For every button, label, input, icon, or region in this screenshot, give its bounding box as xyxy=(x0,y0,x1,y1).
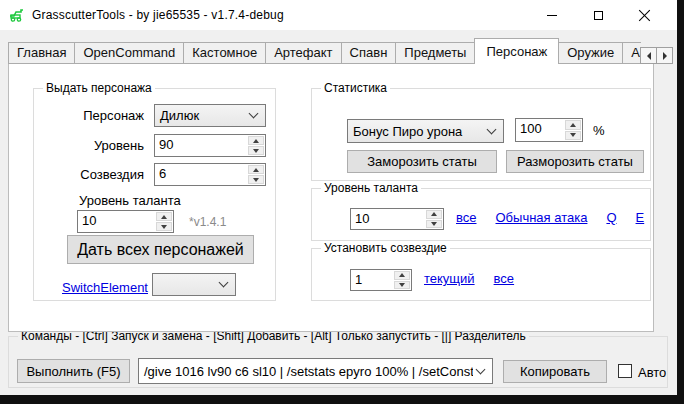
talent-level-spinner[interactable]: 10 xyxy=(77,210,174,233)
maximize-button[interactable] xyxy=(575,0,621,30)
copy-command-button[interactable]: Копировать xyxy=(503,360,607,383)
set-constellation-group-title: Установить созвездие xyxy=(321,241,450,255)
down-arrow-icon xyxy=(161,225,167,229)
talent-level-group: Уровень таланта 10 все Обычная атака Q E xyxy=(311,188,651,241)
constellation-spinner-buttons xyxy=(248,164,265,185)
give-all-characters-button[interactable]: Дать всех персонажей xyxy=(67,235,254,264)
talent-level-label: Уровень таланта xyxy=(79,193,181,208)
spinner-up-button[interactable] xyxy=(394,271,410,280)
window-title: GrasscutterTools - by jie65535 - v1.7.4-… xyxy=(32,8,284,22)
chevron-down-icon xyxy=(219,278,229,288)
spinner-down-button[interactable] xyxy=(426,220,442,229)
level-spinner[interactable]: 90 xyxy=(154,134,266,157)
up-arrow-icon xyxy=(161,215,167,219)
talent-spinner-buttons xyxy=(156,211,173,232)
tab-personazh[interactable]: Персонаж xyxy=(474,38,559,64)
character-select-value: Дилюк xyxy=(155,108,246,123)
talent-level-group-title: Уровень таланта xyxy=(321,181,421,195)
spinner-down-button[interactable] xyxy=(248,146,264,155)
constellation-label: Созвездия xyxy=(34,167,144,182)
constellation-spinner[interactable]: 6 xyxy=(154,163,266,186)
talent-links-row: все Обычная атака Q E xyxy=(456,210,644,225)
up-arrow-icon xyxy=(431,212,437,216)
stat-select[interactable]: Бонус Пиро урона xyxy=(347,119,504,143)
level-spinner-buttons xyxy=(248,135,265,156)
up-arrow-icon xyxy=(399,273,405,277)
spinner-down-button[interactable] xyxy=(394,281,410,290)
close-icon xyxy=(638,9,651,22)
auto-checkbox-label: Авто xyxy=(638,365,666,380)
down-arrow-icon xyxy=(399,283,405,287)
spinner-up-button[interactable] xyxy=(248,165,264,174)
constellation-current-link[interactable]: текущий xyxy=(424,271,475,286)
constellation-all-link[interactable]: все xyxy=(494,271,515,286)
tab-artefakt[interactable]: Артефакт xyxy=(265,42,341,64)
tab-glavnaya[interactable]: Главная xyxy=(8,42,75,64)
tab-strip: Главная OpenCommand Кастомное Артефакт С… xyxy=(8,38,641,64)
character-select[interactable]: Дилюк xyxy=(154,104,266,127)
stat-spinner-buttons xyxy=(565,119,582,141)
down-arrow-icon xyxy=(570,133,576,137)
level-label: Уровень xyxy=(34,138,144,153)
constellation-links-row: текущий все xyxy=(424,271,514,286)
talent-group-spinner[interactable]: 10 xyxy=(350,208,444,230)
right-arrow-icon xyxy=(663,52,667,60)
unfreeze-stats-button[interactable]: Разморозить статы xyxy=(506,150,644,173)
command-combobox[interactable]: /give 1016 lv90 c6 sl10 | /setstats epyr… xyxy=(138,358,493,384)
command-combobox-value: /give 1016 lv90 c6 sl10 | /setstats epyr… xyxy=(139,364,473,379)
titlebar: GrasscutterTools - by jie65535 - v1.7.4-… xyxy=(0,0,677,30)
spinner-down-button[interactable] xyxy=(248,175,264,184)
constellation-set-spinner-buttons xyxy=(394,270,411,290)
switch-element-select[interactable] xyxy=(152,273,236,296)
grasscutter-logo-icon xyxy=(9,8,25,22)
tab-opencommand[interactable]: OpenCommand xyxy=(74,42,184,64)
tab-predmety[interactable]: Предметы xyxy=(395,42,475,64)
tab-scroll-right-button[interactable] xyxy=(656,47,673,64)
stats-group: Статистика Бонус Пиро урона 100 % Заморо… xyxy=(311,88,651,181)
tab-akkaunt[interactable]: Аккаунт xyxy=(622,42,641,64)
left-arrow-icon xyxy=(647,52,651,60)
percent-sign-label: % xyxy=(593,123,605,138)
auto-checkbox[interactable] xyxy=(618,364,632,378)
normal-attack-link[interactable]: Обычная атака xyxy=(496,210,588,225)
freeze-stats-button[interactable]: Заморозить статы xyxy=(347,150,497,173)
constellation-set-spinner-value: 1 xyxy=(351,270,394,290)
skill-e-link[interactable]: E xyxy=(636,210,645,225)
window-controls xyxy=(529,0,667,30)
version-note: *v1.4.1 xyxy=(189,215,226,229)
stat-percent-spinner[interactable]: 100 xyxy=(515,118,583,142)
minimize-icon xyxy=(547,15,557,16)
constellation-set-spinner[interactable]: 1 xyxy=(350,269,412,291)
switch-element-link[interactable]: SwitchElement xyxy=(62,280,148,295)
run-command-button[interactable]: Выполнить (F5) xyxy=(17,359,130,383)
tab-scroll-buttons xyxy=(641,47,673,64)
set-constellation-group: Установить созвездие 1 текущий все xyxy=(311,248,651,301)
tab-kastomnoe[interactable]: Кастомное xyxy=(183,42,266,64)
spinner-up-button[interactable] xyxy=(248,136,264,145)
commands-group: Команды - [Ctrl] Запуск и замена - [Shif… xyxy=(8,336,668,388)
spinner-up-button[interactable] xyxy=(426,210,442,219)
chevron-down-icon xyxy=(249,109,259,119)
talent-level-spinner-value: 10 xyxy=(78,211,156,232)
tab-scroll-left-button[interactable] xyxy=(640,47,657,64)
level-spinner-value: 90 xyxy=(155,135,248,156)
close-button[interactable] xyxy=(621,0,667,30)
app-window: GrasscutterTools - by jie65535 - v1.7.4-… xyxy=(0,0,677,395)
constellation-spinner-value: 6 xyxy=(155,164,248,185)
tab-spavn[interactable]: Спавн xyxy=(341,42,397,64)
minimize-button[interactable] xyxy=(529,0,575,30)
spinner-down-button[interactable] xyxy=(156,222,172,231)
talent-group-spinner-buttons xyxy=(426,209,443,229)
tab-page-personazh: Выдать персонажа Персонаж Дилюк Уровень … xyxy=(8,63,654,332)
up-arrow-icon xyxy=(253,139,259,143)
skill-q-link[interactable]: Q xyxy=(606,210,616,225)
stat-select-value: Бонус Пиро урона xyxy=(348,124,484,139)
talent-all-link[interactable]: все xyxy=(456,210,477,225)
down-arrow-icon xyxy=(253,178,259,182)
spinner-up-button[interactable] xyxy=(565,120,581,130)
spinner-up-button[interactable] xyxy=(156,212,172,221)
spinner-down-button[interactable] xyxy=(565,131,581,141)
up-arrow-icon xyxy=(253,168,259,172)
chevron-down-icon xyxy=(476,364,486,374)
tab-oruzhie[interactable]: Оружие xyxy=(558,42,623,64)
